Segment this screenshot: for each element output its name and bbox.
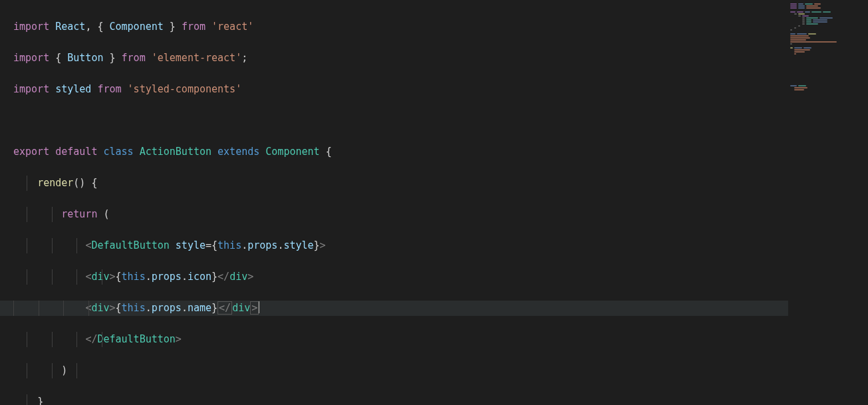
text-cursor <box>259 301 259 313</box>
code-editor[interactable]: import React, { Component } from 'react'… <box>0 0 788 405</box>
code-line: import { Button } from 'element-react'; <box>13 51 788 67</box>
code-line: <DefaultButton style={this.props.style}> <box>13 238 788 254</box>
code-line: ) <box>13 363 788 379</box>
code-line: render() { <box>13 176 788 192</box>
code-line-active: <div>{this.props.name}</div> <box>0 301 788 317</box>
code-line: </DefaultButton> <box>13 332 788 348</box>
code-line: import React, { Component } from 'react' <box>13 19 788 35</box>
code-line: <div>{this.props.icon}</div> <box>13 269 788 285</box>
minimap[interactable] <box>788 0 868 405</box>
code-line: } <box>13 394 788 406</box>
code-line: export default class ActionButton extend… <box>13 144 788 160</box>
code-line <box>13 113 788 129</box>
code-line: return ( <box>13 207 788 223</box>
code-line: import styled from 'styled-components' <box>13 82 788 98</box>
